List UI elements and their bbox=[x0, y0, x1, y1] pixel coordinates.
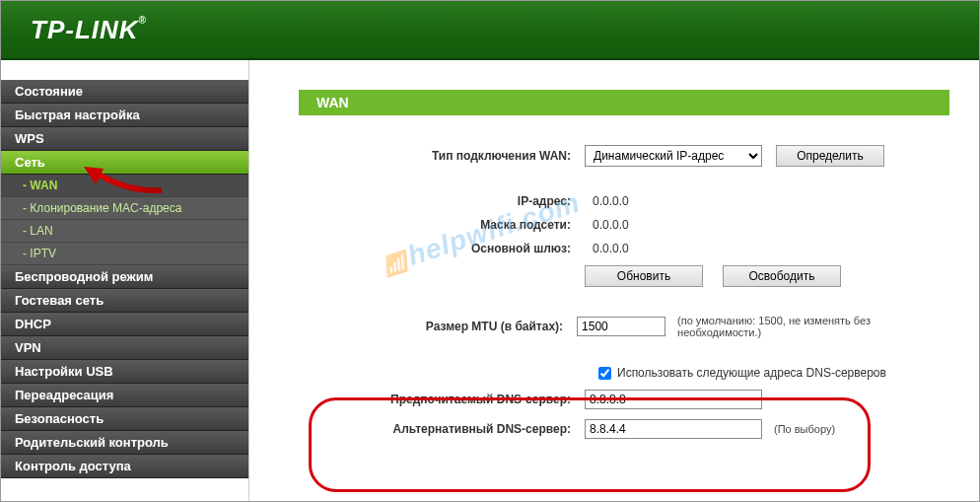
nav-vpn[interactable]: VPN bbox=[1, 336, 248, 360]
nav-network[interactable]: Сеть bbox=[1, 151, 248, 175]
dns1-input[interactable] bbox=[585, 390, 762, 409]
ip-label: IP-адрес: bbox=[299, 194, 585, 208]
panel-title: WAN bbox=[299, 90, 949, 115]
nav-status[interactable]: Состояние bbox=[1, 80, 248, 104]
ip-value: 0.0.0.0 bbox=[585, 194, 629, 208]
dns2-input[interactable] bbox=[585, 419, 762, 439]
nav-wps[interactable]: WPS bbox=[1, 127, 248, 151]
header: TP-LINK® bbox=[1, 1, 979, 60]
dns1-label: Предпочитаемый DNS-сервер: bbox=[299, 393, 585, 406]
conn-type-label: Тип подключения WAN: bbox=[299, 149, 585, 163]
conn-type-select[interactable]: Динамический IP-адрес bbox=[585, 145, 762, 167]
use-dns-checkbox[interactable] bbox=[598, 367, 611, 380]
mask-value: 0.0.0.0 bbox=[585, 218, 629, 232]
dns2-hint: (По выбору) bbox=[774, 423, 835, 435]
mtu-hint: (по умолчанию: 1500, не изменять без нео… bbox=[677, 315, 949, 338]
nav-sub-lan[interactable]: - LAN bbox=[1, 220, 248, 243]
nav-wireless[interactable]: Беспроводной режим bbox=[1, 265, 248, 289]
nav-parental[interactable]: Родительский контроль bbox=[1, 431, 248, 455]
mask-label: Маска подсети: bbox=[299, 218, 585, 232]
nav-sub-wan[interactable]: - WAN bbox=[1, 175, 248, 197]
content-panel: WAN 📶helpwifi.com Тип подключения WAN: Д… bbox=[249, 60, 979, 501]
dns2-label: Альтернативный DNS-сервер: bbox=[299, 422, 585, 436]
nav-access-control[interactable]: Контроль доступа bbox=[1, 455, 248, 478]
nav-sub-mac-clone[interactable]: - Клонирование MAC-адреса bbox=[1, 197, 248, 220]
release-button[interactable]: Освободить bbox=[723, 265, 841, 287]
logo: TP-LINK® bbox=[31, 15, 147, 45]
use-dns-label: Использовать следующие адреса DNS-сервер… bbox=[617, 366, 886, 380]
gw-label: Основной шлюз: bbox=[299, 242, 585, 255]
nav-usb[interactable]: Настройки USB bbox=[1, 360, 248, 384]
detect-button[interactable]: Определить bbox=[776, 145, 884, 167]
nav-guest[interactable]: Гостевая сеть bbox=[1, 289, 248, 313]
mtu-label: Размер MTU (в байтах): bbox=[299, 320, 577, 333]
nav-security[interactable]: Безопасность bbox=[1, 407, 248, 431]
renew-button[interactable]: Обновить bbox=[585, 265, 703, 287]
nav-sub-iptv[interactable]: - IPTV bbox=[1, 243, 248, 265]
sidebar: Состояние Быстрая настройка WPS Сеть - W… bbox=[1, 60, 249, 501]
gw-value: 0.0.0.0 bbox=[585, 242, 629, 255]
nav-forwarding[interactable]: Переадресация bbox=[1, 384, 248, 407]
annotation-highlight bbox=[309, 397, 871, 492]
nav-dhcp[interactable]: DHCP bbox=[1, 313, 248, 336]
mtu-input[interactable] bbox=[577, 317, 665, 336]
nav-quick-setup[interactable]: Быстрая настройка bbox=[1, 104, 248, 127]
